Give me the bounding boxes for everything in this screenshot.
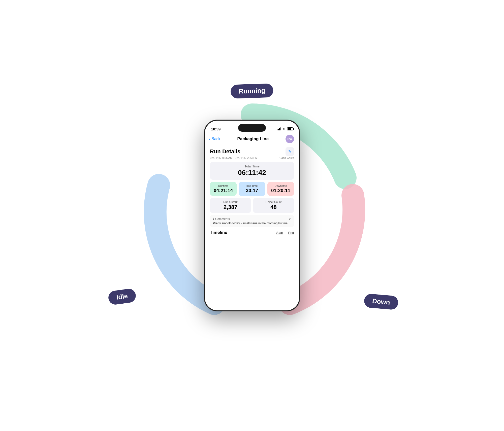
run-details-title: Run Details bbox=[210, 148, 240, 155]
chevron-left-icon: ‹ bbox=[209, 136, 210, 142]
timeline-end-link[interactable]: End bbox=[288, 231, 294, 235]
time-metrics-row: Runtime 04:21:14 Idle Time 30:17 Downtim… bbox=[210, 182, 294, 196]
comments-section[interactable]: ℹ Comments ∨ Pretty smooth today - small… bbox=[210, 215, 294, 227]
run-meta: 02/04/25, 9:56 AM - 02/04/25, 2:33 PM Ca… bbox=[210, 156, 294, 159]
total-time-card: Total Time 06:11:42 bbox=[210, 162, 294, 180]
run-date-range: 02/04/25, 9:56 AM - 02/04/25, 2:33 PM bbox=[210, 156, 258, 159]
downtime-label: Downtime bbox=[268, 184, 293, 187]
total-time-value: 06:11:42 bbox=[210, 169, 294, 177]
timeline-start-link[interactable]: Start bbox=[276, 231, 283, 235]
run-output-card: Run Output 2,387 bbox=[210, 198, 251, 213]
phone-frame: 10:39 ⊛ bbox=[204, 120, 300, 311]
timeline-title: Timeline bbox=[210, 230, 227, 235]
comments-label: ℹ Comments bbox=[213, 217, 230, 221]
reject-count-value: 48 bbox=[254, 204, 293, 210]
runtime-card: Runtime 04:21:14 bbox=[210, 182, 237, 196]
reject-count-label: Reject Count bbox=[254, 200, 293, 203]
downtime-card: Downtime 01:20:11 bbox=[267, 182, 294, 196]
battery-icon bbox=[287, 127, 293, 130]
comments-header: ℹ Comments ∨ bbox=[213, 217, 291, 221]
avatar[interactable]: RA bbox=[286, 135, 294, 143]
info-icon: ℹ bbox=[213, 217, 214, 221]
status-icons: ⊛ bbox=[277, 127, 293, 131]
run-details-header: Run Details ✎ bbox=[210, 147, 294, 156]
scene: Running Idle Down 10:39 bbox=[113, 77, 391, 354]
wifi-icon: ⊛ bbox=[283, 127, 286, 131]
idle-time-card: Idle Time 30:17 bbox=[239, 182, 265, 196]
downtime-value: 01:20:11 bbox=[268, 188, 293, 193]
run-output-value: 2,387 bbox=[211, 204, 250, 210]
idle-label: Idle bbox=[108, 288, 137, 306]
run-output-label: Run Output bbox=[211, 200, 250, 203]
run-operator: Carla Costa bbox=[279, 156, 294, 159]
runtime-value: 04:21:14 bbox=[211, 188, 236, 193]
status-time: 10:39 bbox=[211, 127, 220, 131]
runtime-label: Runtime bbox=[211, 184, 236, 187]
back-label: Back bbox=[211, 137, 220, 141]
content-area: Run Details ✎ 02/04/25, 9:56 AM - 02/04/… bbox=[205, 145, 299, 236]
idle-time-value: 30:17 bbox=[240, 188, 264, 193]
chevron-down-icon: ∨ bbox=[289, 217, 291, 221]
idle-time-label: Idle Time bbox=[240, 184, 264, 187]
timeline-section: Timeline Start End bbox=[210, 229, 294, 236]
phone: 10:39 ⊛ bbox=[204, 120, 300, 311]
reject-count-card: Reject Count 48 bbox=[253, 198, 294, 213]
total-time-label: Total Time bbox=[210, 164, 294, 168]
down-label: Down bbox=[364, 293, 399, 310]
running-label: Running bbox=[230, 83, 273, 99]
back-button[interactable]: ‹ Back bbox=[209, 136, 220, 142]
phone-screen: 10:39 ⊛ bbox=[205, 121, 299, 310]
dynamic-island bbox=[238, 124, 266, 132]
timeline-links: Start End bbox=[276, 231, 294, 235]
nav-title: Packaging Line bbox=[237, 136, 269, 141]
pencil-icon: ✎ bbox=[288, 149, 292, 154]
output-metrics-row: Run Output 2,387 Reject Count 48 bbox=[210, 198, 294, 213]
signal-icon bbox=[277, 127, 281, 130]
edit-button[interactable]: ✎ bbox=[286, 147, 294, 156]
comments-text: Pretty smooth today - small issue in the… bbox=[213, 222, 291, 225]
nav-bar: ‹ Back Packaging Line RA bbox=[205, 134, 299, 145]
